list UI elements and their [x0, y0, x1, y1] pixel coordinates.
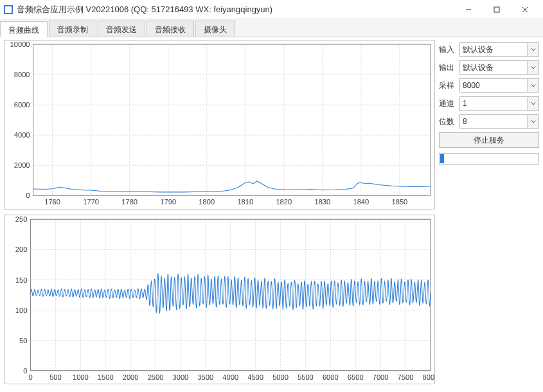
tabbar: 音频曲线 音频录制 音频发送 音频接收 摄像头 [0, 19, 543, 37]
field-input: 输入 默认设备 [439, 42, 539, 57]
svg-text:5500: 5500 [298, 373, 314, 381]
svg-text:6000: 6000 [14, 101, 30, 109]
window-controls [454, 1, 539, 19]
svg-text:0: 0 [26, 192, 30, 199]
chevron-down-icon [527, 43, 539, 56]
svg-text:250: 250 [15, 215, 28, 223]
window-title: 音频综合应用示例 V20221006 (QQ: 517216493 WX: fe… [17, 4, 454, 15]
input-label: 输入 [439, 44, 459, 55]
svg-text:6000: 6000 [323, 373, 339, 381]
bottom-chart[interactable]: 0501001502002500500100015002000250030003… [4, 215, 435, 384]
svg-text:1790: 1790 [160, 198, 176, 206]
bottom-chart-svg: 0501001502002500500100015002000250030003… [4, 215, 434, 384]
svg-text:1850: 1850 [392, 198, 408, 206]
svg-text:2000: 2000 [123, 373, 139, 381]
tab-audio-send[interactable]: 音频发送 [98, 21, 145, 37]
bits-combo-value: 8 [460, 117, 527, 126]
svg-text:50: 50 [19, 336, 27, 344]
tab-audio-record[interactable]: 音频录制 [49, 21, 96, 37]
chevron-down-icon [527, 61, 539, 74]
client-area: 0200040006000800010000176017701780179018… [0, 37, 543, 392]
channel-label: 通道 [439, 98, 459, 109]
sample-combo-value: 8000 [460, 81, 527, 90]
chevron-down-icon [527, 79, 539, 92]
svg-text:2500: 2500 [148, 373, 164, 381]
output-combo-value: 默认设备 [460, 62, 527, 73]
bits-combo[interactable]: 8 [459, 114, 539, 129]
stop-service-button-label: 停止服务 [474, 135, 504, 146]
input-combo[interactable]: 默认设备 [459, 42, 539, 57]
svg-text:4000: 4000 [14, 131, 30, 139]
field-sample: 采样 8000 [439, 78, 539, 93]
sample-label: 采样 [439, 80, 459, 91]
svg-text:1810: 1810 [237, 198, 253, 206]
stop-service-button[interactable]: 停止服务 [439, 132, 539, 148]
svg-rect-1 [494, 7, 499, 12]
svg-text:1500: 1500 [98, 373, 114, 381]
svg-rect-36 [33, 44, 431, 195]
side-panel: 输入 默认设备 输出 默认设备 采样 8000 [435, 37, 543, 392]
channel-combo-value: 1 [460, 99, 527, 108]
svg-text:1820: 1820 [276, 198, 292, 206]
titlebar: 音频综合应用示例 V20221006 (QQ: 517216493 WX: fe… [0, 0, 543, 19]
top-chart-svg: 0200040006000800010000176017701780179018… [4, 40, 434, 209]
svg-text:2000: 2000 [14, 161, 30, 169]
field-bits: 位数 8 [439, 114, 539, 129]
maximize-button[interactable] [483, 1, 511, 19]
progress-fill [440, 154, 444, 163]
svg-text:100: 100 [15, 306, 28, 314]
svg-text:10000: 10000 [10, 40, 30, 48]
svg-text:0: 0 [28, 373, 32, 381]
output-combo[interactable]: 默认设备 [459, 60, 539, 75]
svg-text:8000: 8000 [423, 373, 434, 381]
field-channel: 通道 1 [439, 96, 539, 111]
sample-combo[interactable]: 8000 [459, 78, 539, 93]
top-chart[interactable]: 0200040006000800010000176017701780179018… [4, 40, 435, 209]
tab-audio-recv[interactable]: 音频接收 [147, 21, 194, 37]
svg-text:1000: 1000 [73, 373, 89, 381]
channel-combo[interactable]: 1 [459, 96, 539, 111]
svg-text:200: 200 [15, 245, 28, 253]
progress-bar [439, 153, 539, 165]
svg-text:3500: 3500 [197, 373, 213, 381]
tab-audio-curve[interactable]: 音频曲线 [0, 21, 48, 37]
svg-text:1780: 1780 [121, 198, 138, 206]
svg-text:5000: 5000 [272, 373, 289, 381]
svg-text:3000: 3000 [173, 373, 189, 381]
svg-text:1760: 1760 [44, 198, 60, 206]
svg-text:0: 0 [23, 366, 27, 374]
output-label: 输出 [439, 62, 459, 73]
input-combo-value: 默认设备 [460, 44, 527, 55]
svg-text:7500: 7500 [398, 373, 414, 381]
close-button[interactable] [511, 1, 539, 19]
svg-text:1770: 1770 [83, 198, 99, 206]
svg-text:4000: 4000 [222, 373, 238, 381]
chevron-down-icon [527, 115, 539, 128]
svg-text:150: 150 [15, 276, 28, 283]
app-icon [4, 5, 13, 14]
svg-text:8000: 8000 [14, 71, 30, 78]
tab-camera[interactable]: 摄像头 [195, 21, 235, 37]
chevron-down-icon [527, 97, 539, 110]
bits-label: 位数 [439, 116, 459, 127]
svg-text:1840: 1840 [353, 198, 369, 206]
svg-text:4500: 4500 [247, 373, 263, 381]
minimize-button[interactable] [454, 1, 483, 19]
svg-text:1830: 1830 [314, 198, 330, 206]
svg-text:1800: 1800 [199, 198, 215, 206]
svg-text:7000: 7000 [373, 373, 389, 381]
plots-area: 0200040006000800010000176017701780179018… [0, 37, 435, 392]
field-output: 输出 默认设备 [439, 60, 539, 75]
svg-text:6500: 6500 [348, 373, 364, 381]
svg-text:500: 500 [49, 373, 62, 381]
